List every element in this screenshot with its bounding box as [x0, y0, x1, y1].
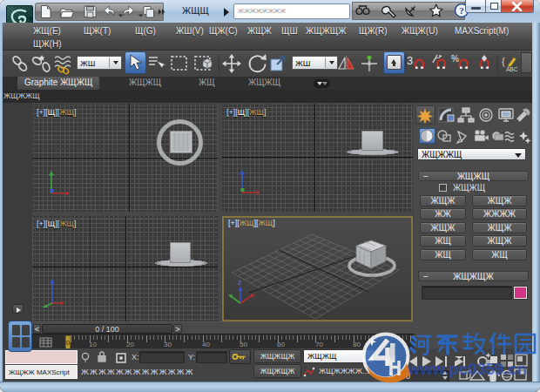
svg-text:ABC: ABC	[506, 66, 518, 72]
svg-text:?: ?	[459, 5, 464, 16]
svg-text:{: {	[501, 56, 506, 68]
svg-text:[+][ЖЩ][ЖЩ]: [+][ЖЩ][ЖЩ]	[228, 219, 275, 227]
svg-text:3: 3	[407, 54, 413, 67]
svg-text:%: %	[451, 54, 459, 64]
svg-text:Z: Z	[238, 280, 242, 286]
